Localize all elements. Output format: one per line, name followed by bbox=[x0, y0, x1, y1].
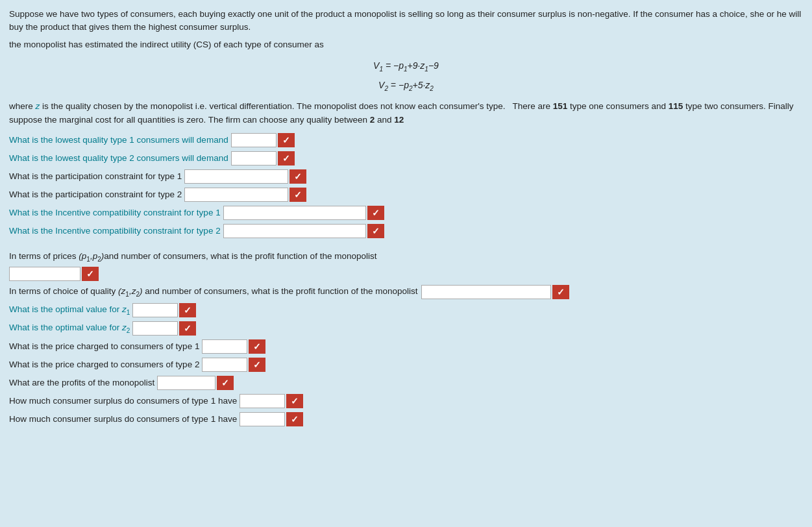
q5-label: What is the Incentive compatibility cons… bbox=[9, 208, 221, 217]
sq5-row: What are the profits of the monopolist ✓ bbox=[9, 376, 803, 390]
sq1-label: What is the optimal value for z1 bbox=[9, 304, 130, 316]
sq7-label: How much consumer surplus do consumers o… bbox=[9, 414, 237, 424]
sq2-row: What is the optimal value for z2 ✓ bbox=[9, 321, 803, 336]
sq3-check[interactable]: ✓ bbox=[249, 339, 265, 354]
q2-check[interactable]: ✓ bbox=[278, 151, 295, 165]
sq6-label: How much consumer surplus do consumers o… bbox=[9, 396, 237, 406]
type1-count: 151 bbox=[553, 101, 568, 111]
question-row-1: What is the lowest quality type 1 consum… bbox=[9, 133, 803, 147]
sq4-row: What is the price charged to consumers o… bbox=[9, 358, 803, 372]
v2-equation: V2 = −p2+5·z2 bbox=[9, 76, 803, 95]
q4-check[interactable]: ✓ bbox=[289, 188, 306, 202]
sq4-label: What is the price charged to consumers o… bbox=[9, 360, 199, 369]
sq4-input[interactable] bbox=[202, 358, 247, 372]
sq3-input[interactable] bbox=[202, 339, 247, 354]
where-text: where z is the quality chosen by the mon… bbox=[9, 100, 803, 127]
sq2-check[interactable]: ✓ bbox=[179, 321, 196, 336]
sq1-check[interactable]: ✓ bbox=[179, 303, 196, 317]
question-row-6: What is the Incentive compatibility cons… bbox=[9, 224, 803, 238]
question-row-5: What is the Incentive compatibility cons… bbox=[9, 206, 803, 220]
page-container: Suppose we have two types of consumers, … bbox=[9, 8, 803, 426]
sq3-row: What is the price charged to consumers o… bbox=[9, 339, 803, 354]
sq5-label: What are the profits of the monopolist bbox=[9, 378, 154, 387]
question-row-2: What is the lowest quality type 2 consum… bbox=[9, 151, 803, 165]
profit-quality-check[interactable]: ✓ bbox=[552, 285, 569, 299]
profit-input-row: ✓ bbox=[9, 267, 803, 281]
question-row-3: What is the participation constraint for… bbox=[9, 169, 803, 184]
quality-min: 2 bbox=[370, 115, 375, 125]
profit-prefix: In terms of prices (p1,p2)and number of … bbox=[9, 251, 376, 263]
sq7-check[interactable]: ✓ bbox=[286, 412, 303, 426]
sq5-check[interactable]: ✓ bbox=[217, 376, 234, 390]
profit-label-row: In terms of prices (p1,p2)and number of … bbox=[9, 251, 803, 263]
sq4-check[interactable]: ✓ bbox=[249, 358, 265, 372]
q1-check[interactable]: ✓ bbox=[278, 133, 295, 147]
type2-count: 115 bbox=[669, 101, 683, 111]
sq1-row: What is the optimal value for z1 ✓ bbox=[9, 303, 803, 317]
q3-input[interactable] bbox=[184, 169, 288, 184]
question-row-4: What is the participation constraint for… bbox=[9, 188, 803, 202]
quality-max: 12 bbox=[394, 115, 404, 125]
q2-input[interactable] bbox=[231, 151, 277, 165]
intro-text: Suppose we have two types of consumers, … bbox=[9, 8, 803, 34]
v1-equation: V1 = −p1+9·z1−9 bbox=[9, 56, 803, 76]
q6-label: What is the Incentive compatibility cons… bbox=[9, 226, 221, 236]
profit-quality-label-row: In terms of choice of quality (z1,z2) an… bbox=[9, 285, 803, 299]
q3-label: What is the participation constraint for… bbox=[9, 171, 182, 181]
sq2-input[interactable] bbox=[132, 321, 178, 336]
sq3-label: What is the price charged to consumers o… bbox=[9, 341, 199, 351]
profit-quality-prefix: In terms of choice of quality (z1,z2) an… bbox=[9, 286, 417, 298]
q3-check[interactable]: ✓ bbox=[289, 169, 306, 184]
sq7-row: How much consumer surplus do consumers o… bbox=[9, 412, 803, 426]
sq6-check[interactable]: ✓ bbox=[286, 394, 303, 408]
q4-label: What is the participation constraint for… bbox=[9, 190, 182, 199]
z-variable: z bbox=[36, 101, 40, 111]
sq6-row: How much consumer surplus do consumers o… bbox=[9, 394, 803, 408]
q6-input[interactable] bbox=[223, 224, 366, 238]
profit-price-check[interactable]: ✓ bbox=[82, 267, 99, 281]
sq2-label: What is the optimal value for z2 bbox=[9, 323, 130, 334]
sq5-input[interactable] bbox=[157, 376, 215, 390]
q6-check[interactable]: ✓ bbox=[367, 224, 384, 238]
q2-label: What is the lowest quality type 2 consum… bbox=[9, 153, 228, 163]
utility-equations: V1 = −p1+9·z1−9 V2 = −p2+5·z2 bbox=[9, 56, 803, 95]
profit-price-input[interactable] bbox=[9, 267, 80, 281]
sq6-input[interactable] bbox=[240, 394, 285, 408]
q5-check[interactable]: ✓ bbox=[367, 206, 384, 220]
sq1-input[interactable] bbox=[132, 303, 178, 317]
indirect-text: the monopolist has estimated the indirec… bbox=[9, 38, 803, 51]
q1-input[interactable] bbox=[231, 133, 277, 147]
q4-input[interactable] bbox=[184, 188, 288, 202]
profit-quality-input[interactable] bbox=[421, 285, 551, 299]
sq7-input[interactable] bbox=[240, 412, 285, 426]
q1-label: What is the lowest quality type 1 consum… bbox=[9, 135, 228, 145]
q5-input[interactable] bbox=[223, 206, 366, 220]
